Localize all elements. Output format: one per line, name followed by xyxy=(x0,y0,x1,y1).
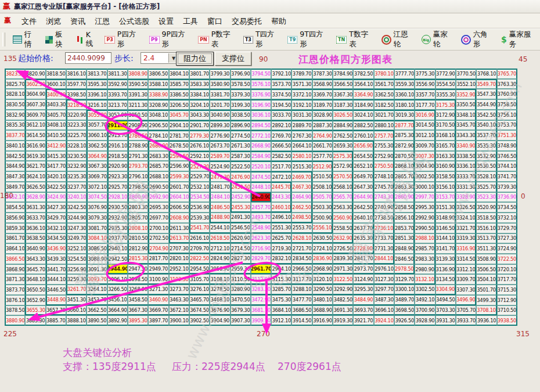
grid-cell-r15c5[interactable]: 2935.30 xyxy=(107,223,128,233)
toolbar-item-11[interactable]: 六角形 xyxy=(461,30,493,49)
grid-cell-r11c23[interactable]: 3525.70 xyxy=(476,182,496,192)
grid-cell-r4c19[interactable]: 3019.30 xyxy=(394,110,415,120)
grid-cell-r1c21[interactable]: 3554.50 xyxy=(435,79,456,89)
grid-cell-r17c24[interactable]: 3724.90 xyxy=(497,243,517,254)
grid-cell-r17c20[interactable]: 2985.70 xyxy=(415,243,435,254)
grid-cell-r5c4[interactable]: 3057.70 xyxy=(87,120,107,131)
grid-cell-r22c4[interactable]: 3453.70 xyxy=(87,295,107,305)
grid-cell-r14c19[interactable]: 2856.10 xyxy=(394,213,415,223)
grid-cell-r11c5[interactable]: 2925.70 xyxy=(107,182,128,192)
grid-cell-r11c16[interactable]: 2568.10 xyxy=(333,182,353,192)
grid-cell-r24c17[interactable]: 3921.70 xyxy=(353,315,373,326)
grid-cell-r0c9[interactable]: 3801.70 xyxy=(189,69,210,79)
step-combobox[interactable]: 2.4 ▼ xyxy=(141,52,179,64)
grid-cell-r4c18[interactable]: 3021.70 xyxy=(374,110,394,120)
grid-cell-r21c9[interactable]: 3276.10 xyxy=(189,285,210,295)
grid-cell-r0c22[interactable]: 3770.50 xyxy=(456,69,476,79)
grid-cell-r4c1[interactable]: 3609.70 xyxy=(25,110,45,120)
grid-cell-r17c16[interactable]: 2726.50 xyxy=(333,243,353,254)
grid-cell-r17c22[interactable]: 3316.90 xyxy=(456,243,476,254)
grid-cell-r7c18[interactable]: 2755.30 xyxy=(374,141,394,151)
grid-cell-r0c0[interactable]: 3823.30 xyxy=(5,69,25,79)
grid-cell-r22c18[interactable]: 3487.30 xyxy=(374,295,394,305)
grid-cell-r9c21[interactable]: 3160.90 xyxy=(435,161,456,171)
grid-cell-r17c12[interactable]: 2716.90 xyxy=(251,243,271,254)
grid-cell-r20c21[interactable]: 3134.50 xyxy=(435,274,456,285)
grid-cell-r0c11[interactable]: 3796.90 xyxy=(231,69,251,79)
grid-cell-r8c10[interactable]: 2589.70 xyxy=(210,151,230,161)
grid-cell-r0c19[interactable]: 3777.70 xyxy=(394,69,415,79)
grid-cell-r15c4[interactable]: 3081.70 xyxy=(87,223,107,233)
grid-cell-r9c20[interactable]: 3004.90 xyxy=(415,161,435,171)
grid-cell-r16c2[interactable]: 3434.50 xyxy=(46,233,66,244)
grid-cell-r22c22[interactable]: 3496.90 xyxy=(456,295,476,305)
grid-cell-r5c9[interactable]: 2901.70 xyxy=(189,120,210,131)
grid-cell-r5c3[interactable]: 3223.30 xyxy=(66,120,87,131)
toolbar-item-7[interactable]: T99T四方形 xyxy=(287,30,328,49)
grid-cell-r23c2[interactable]: 3657.70 xyxy=(46,305,66,316)
grid-cell-r8c18[interactable]: 2752.90 xyxy=(374,151,394,161)
grid-cell-r16c9[interactable]: 2616.10 xyxy=(189,233,210,244)
grid-cell-r18c17[interactable]: 2841.70 xyxy=(353,254,373,264)
grid-cell-r6c17[interactable]: 2760.10 xyxy=(353,130,373,141)
grid-cell-r22c21[interactable]: 3494.50 xyxy=(435,295,456,305)
grid-cell-r5c17[interactable]: 2882.50 xyxy=(353,120,373,131)
grid-cell-r8c7[interactable]: 2683.30 xyxy=(148,151,168,161)
grid-cell-r18c19[interactable]: 2846.50 xyxy=(394,254,415,264)
grid-cell-r4c10[interactable]: 3040.90 xyxy=(210,110,230,120)
grid-cell-r20c13[interactable]: 3115.30 xyxy=(271,274,291,285)
grid-cell-r5c18[interactable]: 2880.10 xyxy=(374,120,394,131)
toolbar-item-1[interactable]: 板块 xyxy=(45,30,69,49)
grid-cell-r3c24[interactable]: 3758.50 xyxy=(497,99,517,110)
grid-cell-r20c5[interactable]: 3096.10 xyxy=(107,274,128,285)
grid-cell-r18c13[interactable]: 2832.10 xyxy=(271,254,291,264)
grid-cell-r14c9[interactable]: 2539.30 xyxy=(189,213,210,223)
grid-cell-r16c21[interactable]: 3144.10 xyxy=(435,233,456,244)
grid-cell-r19c13[interactable]: 2964.10 xyxy=(271,264,291,275)
grid-cell-r5c21[interactable]: 3170.50 xyxy=(435,120,456,131)
grid-cell-r14c2[interactable]: 3429.70 xyxy=(46,213,66,223)
grid-cell-r0c6[interactable]: 3808.90 xyxy=(128,69,148,79)
grid-cell-r21c22[interactable]: 3307.30 xyxy=(456,285,476,295)
grid-cell-r24c0[interactable]: 3880.90 xyxy=(5,315,25,326)
grid-cell-r17c11[interactable]: 2714.50 xyxy=(231,243,251,254)
grid-cell-r14c4[interactable]: 3079.30 xyxy=(87,213,107,223)
grid-cell-r9c0[interactable]: 3844.90 xyxy=(5,161,25,171)
grid-cell-r13c23[interactable]: 3520.90 xyxy=(476,202,496,213)
grid-cell-r9c12[interactable]: 2520.10 xyxy=(251,161,271,171)
grid-cell-r12c11[interactable]: 2452.90 xyxy=(231,192,251,203)
grid-cell-r22c3[interactable]: 3451.30 xyxy=(66,295,87,305)
grid-cell-r13c7[interactable]: 2695.30 xyxy=(148,202,168,213)
grid-cell-r2c9[interactable]: 3384.10 xyxy=(189,89,210,99)
grid-cell-r22c10[interactable]: 3468.10 xyxy=(210,295,230,305)
grid-cell-r6c9[interactable]: 2779.30 xyxy=(189,130,210,141)
grid-cell-r7c5[interactable]: 2916.10 xyxy=(107,141,128,151)
grid-cell-r14c8[interactable]: 2608.90 xyxy=(169,213,189,223)
menu-item-6[interactable]: 工具 xyxy=(183,17,198,26)
grid-cell-r9c16[interactable]: 2572.90 xyxy=(333,161,353,171)
grid-cell-r3c22[interactable]: 3350.50 xyxy=(456,99,476,110)
grid-cell-r9c9[interactable]: 2527.30 xyxy=(189,161,210,171)
grid-cell-r11c20[interactable]: 3000.10 xyxy=(415,182,435,192)
grid-cell-r3c9[interactable]: 3204.10 xyxy=(189,99,210,110)
menu-item-2[interactable]: 资讯 xyxy=(70,17,85,26)
grid-cell-r22c2[interactable]: 3448.90 xyxy=(46,295,66,305)
grid-cell-r9c3[interactable]: 3232.90 xyxy=(66,161,87,171)
grid-cell-r9c15[interactable]: 2512.90 xyxy=(312,161,333,171)
grid-cell-r4c9[interactable]: 3043.30 xyxy=(189,110,210,120)
grid-cell-r18c6[interactable]: 2815.30 xyxy=(128,254,148,264)
grid-cell-r17c4[interactable]: 3086.50 xyxy=(87,243,107,254)
grid-cell-r1c14[interactable]: 3571.30 xyxy=(291,79,312,89)
grid-cell-r20c7[interactable]: 3100.90 xyxy=(148,274,168,285)
grid-cell-r5c19[interactable]: 2877.70 xyxy=(394,120,415,131)
grid-cell-r6c16[interactable]: 2762.50 xyxy=(333,130,353,141)
grid-cell-r16c12[interactable]: 2623.30 xyxy=(251,233,271,244)
grid-cell-r11c18[interactable]: 2745.70 xyxy=(374,182,394,192)
grid-cell-r4c7[interactable]: 3048.10 xyxy=(148,110,168,120)
grid-cell-r6c20[interactable]: 3012.10 xyxy=(415,130,435,141)
grid-cell-r5c16[interactable]: 2884.90 xyxy=(333,120,353,131)
grid-cell-r1c15[interactable]: 3568.90 xyxy=(312,79,333,89)
grid-cell-r7c10[interactable]: 2673.70 xyxy=(210,141,230,151)
grid-cell-r1c6[interactable]: 3590.50 xyxy=(128,79,148,89)
grid-cell-r22c17[interactable]: 3484.90 xyxy=(353,295,373,305)
